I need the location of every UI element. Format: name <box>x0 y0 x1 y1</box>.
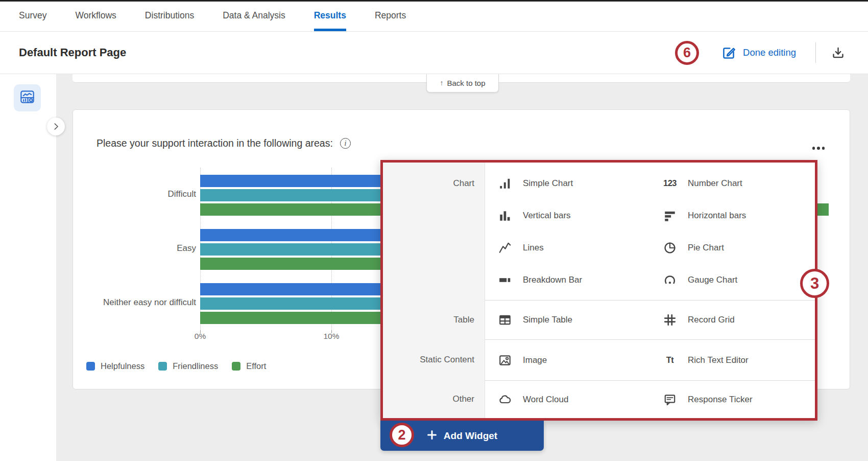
menu-category-label: Other <box>383 380 485 418</box>
lines-icon <box>497 240 513 256</box>
menu-item-record-grid[interactable]: Record Grid <box>650 312 815 328</box>
number-chart-icon: 123 <box>662 176 678 191</box>
menu-category-label: Chart <box>383 163 485 300</box>
menu-item-label: Word Cloud <box>523 395 568 405</box>
legend-item-effort: Effort <box>232 361 266 371</box>
legend-swatch <box>158 362 167 371</box>
menu-category-label: Table <box>383 300 485 339</box>
menu-item-label: Vertical bars <box>523 211 571 221</box>
menu-item-rich-text-editor[interactable]: TtRich Text Editor <box>650 353 815 368</box>
menu-section-table: TableSimple TableRecord Grid <box>383 300 815 339</box>
header-actions: Done editing <box>697 32 845 74</box>
report-chart-icon <box>19 89 35 107</box>
menu-item-label: Number Chart <box>688 178 742 189</box>
menu-item-label: Gauge Chart <box>688 275 737 285</box>
nav-tab-survey[interactable]: Survey <box>19 0 46 31</box>
menu-item-label: Breakdown Bar <box>523 275 582 285</box>
widget-title: Please your support interaction in the f… <box>97 137 333 149</box>
annotation-badge-6: 6 <box>675 41 699 65</box>
menu-section-static-content: Static ContentImageTtRich Text Editor <box>383 339 815 380</box>
simple-table-icon <box>497 312 513 328</box>
download-button[interactable] <box>831 46 845 60</box>
top-nav: SurveyWorkflowsDistributionsData & Analy… <box>0 0 868 32</box>
menu-item-label: Simple Table <box>523 315 572 325</box>
widget-options-ellipsis-icon[interactable] <box>810 145 827 152</box>
menu-item-horizontal-bars[interactable]: Horizontal bars <box>650 199 815 232</box>
word-cloud-icon <box>497 392 513 407</box>
page-title: Default Report Page <box>19 46 126 59</box>
nav-tab-distributions[interactable]: Distributions <box>145 0 194 31</box>
report-header: Default Report Page Done editing <box>0 32 868 74</box>
category-label: Difficult <box>73 189 196 200</box>
simple-chart-icon <box>497 176 513 191</box>
menu-section-chart: ChartSimple Chart123Number ChartVertical… <box>383 163 815 300</box>
nav-tab-results[interactable]: Results <box>314 0 346 31</box>
chart-legend: HelpfulnessFriendlinessEffort <box>86 361 266 371</box>
edit-icon <box>721 45 736 60</box>
menu-item-number-chart[interactable]: 123Number Chart <box>650 167 815 199</box>
header-divider <box>815 42 816 63</box>
legend-label: Friendliness <box>173 361 218 371</box>
annotation-badge-2: 2 <box>390 423 414 447</box>
plus-icon <box>427 430 437 442</box>
menu-item-label: Pie Chart <box>688 243 724 253</box>
menu-item-vertical-bars[interactable]: Vertical bars <box>485 199 650 232</box>
pie-chart-icon <box>662 240 678 256</box>
back-to-top-label: Back to top <box>447 79 485 87</box>
info-icon[interactable]: i <box>340 138 351 149</box>
legend-item-friendliness: Friendliness <box>158 361 218 371</box>
menu-item-label: Lines <box>523 243 544 253</box>
nav-tab-data-analysis[interactable]: Data & Analysis <box>223 0 285 31</box>
x-axis-label: 10% <box>311 332 352 341</box>
nav-tab-reports[interactable]: Reports <box>375 0 406 31</box>
category-label: Neither easy nor difficult <box>73 297 196 308</box>
legend-label: Effort <box>246 361 266 371</box>
vertical-bars-icon <box>497 208 513 223</box>
image-icon <box>497 353 513 368</box>
record-grid-icon <box>662 312 678 328</box>
sidebar-expand-button[interactable] <box>47 118 65 135</box>
rich-text-editor-icon: Tt <box>662 353 678 368</box>
add-widget-menu: ChartSimple Chart123Number ChartVertical… <box>380 160 817 421</box>
menu-item-pie-chart[interactable]: Pie Chart <box>650 232 815 264</box>
menu-item-word-cloud[interactable]: Word Cloud <box>485 392 650 407</box>
app-window: SurveyWorkflowsDistributionsData & Analy… <box>0 0 868 461</box>
menu-item-label: Image <box>523 355 547 365</box>
menu-item-response-ticker[interactable]: Response Ticker <box>650 392 815 407</box>
menu-item-lines[interactable]: Lines <box>485 232 650 264</box>
done-editing-button[interactable]: Done editing <box>721 45 796 60</box>
menu-item-label: Response Ticker <box>688 395 753 405</box>
report-pages-button[interactable] <box>14 84 41 111</box>
legend-swatch <box>86 362 95 371</box>
horizontal-bars-icon <box>662 208 678 223</box>
gauge-chart-icon <box>662 272 678 288</box>
annotation-badge-3: 3 <box>800 269 829 298</box>
menu-item-simple-chart[interactable]: Simple Chart <box>485 167 650 199</box>
legend-label: Helpfulness <box>101 361 144 371</box>
x-axis-label: 0% <box>180 332 221 341</box>
breakdown-bar-icon <box>497 272 513 288</box>
menu-item-label: Simple Chart <box>523 178 573 189</box>
nav-tab-workflows[interactable]: Workflows <box>75 0 116 31</box>
menu-item-gauge-chart[interactable]: Gauge Chart <box>650 264 815 296</box>
menu-item-simple-table[interactable]: Simple Table <box>485 312 650 328</box>
menu-category-label: Static Content <box>383 339 485 380</box>
arrow-up-icon: ↑ <box>440 79 443 87</box>
back-to-top-button[interactable]: ↑ Back to top <box>426 74 499 93</box>
menu-item-label: Horizontal bars <box>688 211 746 221</box>
category-label: Easy <box>73 243 196 254</box>
response-ticker-icon <box>662 392 678 407</box>
menu-item-label: Record Grid <box>688 315 735 325</box>
legend-swatch <box>232 362 240 371</box>
add-widget-label: Add Widget <box>444 430 497 442</box>
menu-item-label: Rich Text Editor <box>688 355 749 365</box>
menu-item-image[interactable]: Image <box>485 353 650 368</box>
menu-section-other: OtherWord CloudResponse Ticker <box>383 380 815 418</box>
left-sidebar <box>0 74 56 461</box>
legend-item-helpfulness: Helpfulness <box>86 361 144 371</box>
menu-item-breakdown-bar[interactable]: Breakdown Bar <box>485 264 650 296</box>
done-editing-label: Done editing <box>743 47 796 58</box>
